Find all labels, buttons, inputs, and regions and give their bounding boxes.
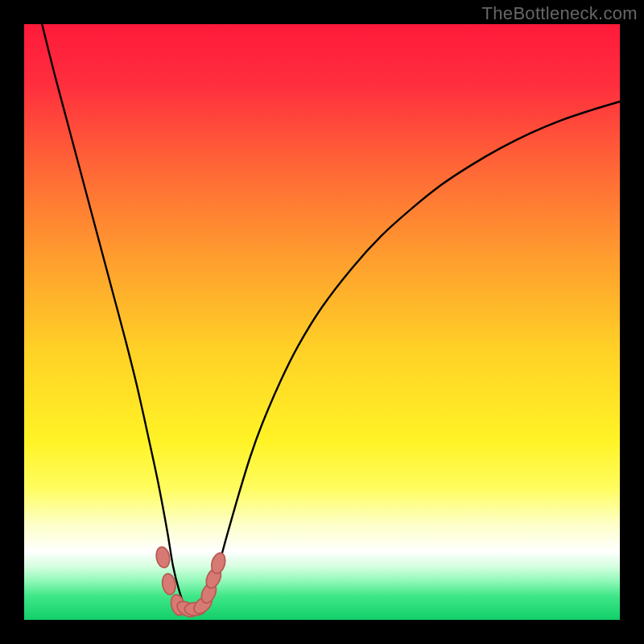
gradient-background — [24, 24, 620, 620]
attribution-label: TheBottleneck.com — [482, 3, 638, 24]
plot-area — [24, 24, 620, 620]
chart-frame: TheBottleneck.com — [0, 0, 644, 644]
chart-svg — [24, 24, 620, 620]
